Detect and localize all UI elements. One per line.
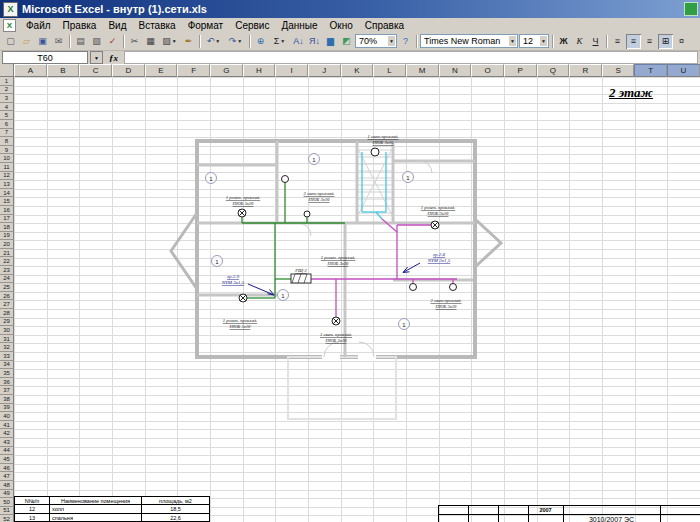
function-icon[interactable]: ƒx (109, 53, 118, 63)
column-header-E[interactable]: E (145, 64, 178, 77)
drawing-button[interactable]: ◩ (339, 34, 354, 49)
row-header-29[interactable]: 29 (0, 318, 14, 327)
row-header-5[interactable]: 5 (0, 111, 14, 120)
menu-item-правка[interactable]: Правка (57, 20, 103, 31)
cut-button[interactable]: ✂ (127, 34, 142, 49)
row-header-8[interactable]: 8 (0, 137, 14, 146)
row-header-2[interactable]: 2 (0, 86, 14, 95)
column-header-L[interactable]: L (373, 64, 406, 77)
row-header-33[interactable]: 33 (0, 352, 14, 361)
column-header-H[interactable]: H (243, 64, 276, 77)
select-all-corner[interactable] (0, 64, 14, 77)
row-header-7[interactable]: 7 (0, 129, 14, 138)
column-header-C[interactable]: C (79, 64, 112, 77)
row-header-22[interactable]: 22 (0, 257, 14, 266)
menu-item-файл[interactable]: Файл (20, 20, 57, 31)
font-name-select[interactable]: Times New Roman▼ (420, 34, 518, 48)
row-header-52[interactable]: 52 (0, 515, 14, 522)
row-header-51[interactable]: 51 (0, 507, 14, 516)
row-header-24[interactable]: 24 (0, 275, 14, 284)
currency-button[interactable]: ¤ (674, 34, 689, 49)
row-header-19[interactable]: 19 (0, 232, 14, 241)
column-header-K[interactable]: K (341, 64, 374, 77)
open-folder-button[interactable]: ▱ (19, 34, 34, 49)
window-control-button[interactable] (684, 2, 698, 16)
align-center-button[interactable]: ≡ (626, 34, 641, 49)
row-header-42[interactable]: 42 (0, 429, 14, 438)
row-header-4[interactable]: 4 (0, 103, 14, 112)
underline-button[interactable]: Ч (588, 34, 603, 49)
row-header-31[interactable]: 31 (0, 335, 14, 344)
font-size-select[interactable]: 12▼ (519, 34, 549, 48)
row-header-30[interactable]: 30 (0, 326, 14, 335)
formula-input[interactable] (124, 51, 698, 64)
column-header-I[interactable]: I (275, 64, 308, 77)
row-header-9[interactable]: 9 (0, 146, 14, 155)
row-header-20[interactable]: 20 (0, 240, 14, 249)
row-header-45[interactable]: 45 (0, 455, 14, 464)
column-header-T[interactable]: T (634, 64, 667, 77)
column-header-R[interactable]: R (569, 64, 602, 77)
row-header-46[interactable]: 46 (0, 464, 14, 473)
format-painter-button[interactable]: ✒ (181, 34, 196, 49)
row-header-39[interactable]: 39 (0, 404, 14, 413)
row-header-28[interactable]: 28 (0, 309, 14, 318)
menu-item-формат[interactable]: Формат (182, 20, 230, 31)
column-header-B[interactable]: B (47, 64, 80, 77)
row-header-23[interactable]: 23 (0, 266, 14, 275)
row-header-41[interactable]: 41 (0, 421, 14, 430)
sort-descending-button[interactable]: Я↓ (307, 34, 322, 49)
row-header-3[interactable]: 3 (0, 94, 14, 103)
row-header-50[interactable]: 50 (0, 498, 14, 507)
row-header-12[interactable]: 12 (0, 172, 14, 181)
row-header-11[interactable]: 11 (0, 163, 14, 172)
new-document-button[interactable]: ▢ (3, 34, 18, 49)
insert-hyperlink-button[interactable]: ⊕ (253, 34, 268, 49)
menu-item-сервис[interactable]: Сервис (229, 20, 275, 31)
autosum-button[interactable]: Σ▼ (269, 34, 290, 49)
column-header-J[interactable]: J (308, 64, 341, 77)
row-header-38[interactable]: 38 (0, 395, 14, 404)
menu-item-данные[interactable]: Данные (275, 20, 323, 31)
row-header-43[interactable]: 43 (0, 438, 14, 447)
column-header-U[interactable]: U (667, 64, 700, 77)
undo-button[interactable]: ↶▼ (203, 34, 224, 49)
row-header-16[interactable]: 16 (0, 206, 14, 215)
merge-center-button[interactable]: ⊞ (658, 34, 673, 49)
bold-button[interactable]: Ж (556, 34, 571, 49)
sheet-grid[interactable] (14, 77, 700, 522)
row-header-48[interactable]: 48 (0, 481, 14, 490)
print-button[interactable]: ▤ (73, 34, 88, 49)
column-header-F[interactable]: F (177, 64, 210, 77)
row-header-26[interactable]: 26 (0, 292, 14, 301)
row-header-1[interactable]: 1 (0, 77, 14, 86)
row-header-37[interactable]: 37 (0, 386, 14, 395)
row-header-32[interactable]: 32 (0, 343, 14, 352)
menu-item-вид[interactable]: Вид (102, 20, 132, 31)
row-header-36[interactable]: 36 (0, 378, 14, 387)
row-header-47[interactable]: 47 (0, 472, 14, 481)
name-box-dropdown-icon[interactable]: ▼ (90, 51, 103, 64)
row-header-6[interactable]: 6 (0, 120, 14, 129)
column-header-Q[interactable]: Q (537, 64, 570, 77)
row-header-18[interactable]: 18 (0, 223, 14, 232)
row-header-15[interactable]: 15 (0, 197, 14, 206)
column-header-N[interactable]: N (439, 64, 472, 77)
column-header-S[interactable]: S (602, 64, 635, 77)
row-header-10[interactable]: 10 (0, 154, 14, 163)
column-header-G[interactable]: G (210, 64, 243, 77)
name-box[interactable]: Т60 (2, 51, 88, 64)
menu-item-окно[interactable]: Окно (324, 20, 359, 31)
row-header-34[interactable]: 34 (0, 361, 14, 370)
print-preview-button[interactable]: ▧ (89, 34, 104, 49)
row-header-44[interactable]: 44 (0, 447, 14, 456)
redo-button[interactable]: ↷▼ (225, 34, 246, 49)
align-right-button[interactable]: ≡ (642, 34, 657, 49)
row-header-40[interactable]: 40 (0, 412, 14, 421)
column-header-M[interactable]: M (406, 64, 439, 77)
column-header-O[interactable]: O (471, 64, 504, 77)
row-header-27[interactable]: 27 (0, 300, 14, 309)
row-header-13[interactable]: 13 (0, 180, 14, 189)
row-header-25[interactable]: 25 (0, 283, 14, 292)
row-header-21[interactable]: 21 (0, 249, 14, 258)
